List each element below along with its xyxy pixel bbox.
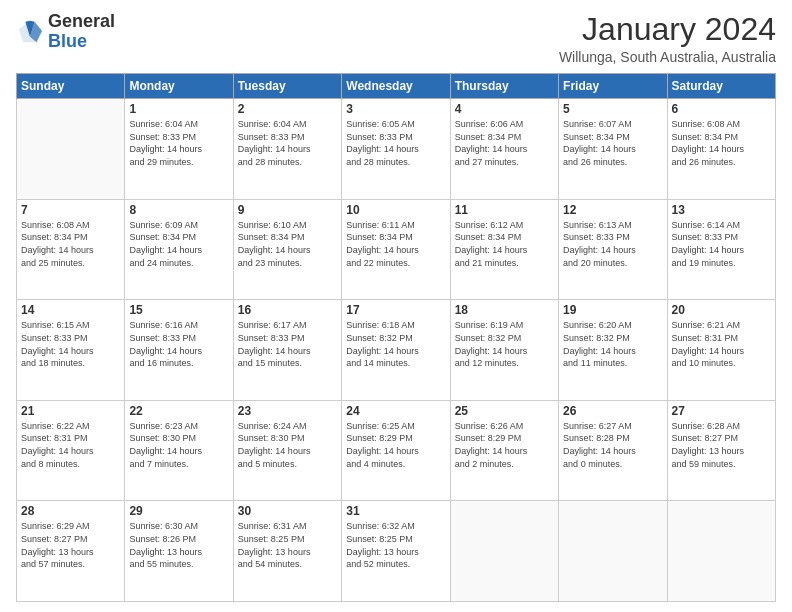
calendar-cell: 6Sunrise: 6:08 AM Sunset: 8:34 PM Daylig… — [667, 99, 775, 200]
day-info: Sunrise: 6:10 AM Sunset: 8:34 PM Dayligh… — [238, 219, 337, 269]
day-number: 20 — [672, 303, 771, 317]
day-info: Sunrise: 6:31 AM Sunset: 8:25 PM Dayligh… — [238, 520, 337, 570]
day-info: Sunrise: 6:06 AM Sunset: 8:34 PM Dayligh… — [455, 118, 554, 168]
logo-general-text: General — [48, 12, 115, 32]
day-number: 12 — [563, 203, 662, 217]
day-header-wednesday: Wednesday — [342, 74, 450, 99]
day-info: Sunrise: 6:12 AM Sunset: 8:34 PM Dayligh… — [455, 219, 554, 269]
location: Willunga, South Australia, Australia — [559, 49, 776, 65]
logo-icon — [16, 18, 44, 46]
logo-blue-text: Blue — [48, 32, 115, 52]
day-info: Sunrise: 6:16 AM Sunset: 8:33 PM Dayligh… — [129, 319, 228, 369]
calendar-table: SundayMondayTuesdayWednesdayThursdayFrid… — [16, 73, 776, 602]
calendar-cell — [17, 99, 125, 200]
day-number: 30 — [238, 504, 337, 518]
day-number: 4 — [455, 102, 554, 116]
calendar-cell: 31Sunrise: 6:32 AM Sunset: 8:25 PM Dayli… — [342, 501, 450, 602]
day-number: 27 — [672, 404, 771, 418]
day-info: Sunrise: 6:04 AM Sunset: 8:33 PM Dayligh… — [129, 118, 228, 168]
calendar-cell: 19Sunrise: 6:20 AM Sunset: 8:32 PM Dayli… — [559, 300, 667, 401]
day-number: 28 — [21, 504, 120, 518]
calendar-cell — [450, 501, 558, 602]
day-number: 14 — [21, 303, 120, 317]
calendar-body: 1Sunrise: 6:04 AM Sunset: 8:33 PM Daylig… — [17, 99, 776, 602]
calendar-cell: 16Sunrise: 6:17 AM Sunset: 8:33 PM Dayli… — [233, 300, 341, 401]
day-info: Sunrise: 6:13 AM Sunset: 8:33 PM Dayligh… — [563, 219, 662, 269]
calendar-cell: 7Sunrise: 6:08 AM Sunset: 8:34 PM Daylig… — [17, 199, 125, 300]
day-header-thursday: Thursday — [450, 74, 558, 99]
month-title: January 2024 — [559, 12, 776, 47]
calendar-cell: 8Sunrise: 6:09 AM Sunset: 8:34 PM Daylig… — [125, 199, 233, 300]
day-number: 6 — [672, 102, 771, 116]
day-info: Sunrise: 6:04 AM Sunset: 8:33 PM Dayligh… — [238, 118, 337, 168]
day-info: Sunrise: 6:23 AM Sunset: 8:30 PM Dayligh… — [129, 420, 228, 470]
day-info: Sunrise: 6:09 AM Sunset: 8:34 PM Dayligh… — [129, 219, 228, 269]
day-number: 24 — [346, 404, 445, 418]
calendar-cell: 2Sunrise: 6:04 AM Sunset: 8:33 PM Daylig… — [233, 99, 341, 200]
title-block: January 2024 Willunga, South Australia, … — [559, 12, 776, 65]
calendar-cell: 28Sunrise: 6:29 AM Sunset: 8:27 PM Dayli… — [17, 501, 125, 602]
day-number: 19 — [563, 303, 662, 317]
day-number: 10 — [346, 203, 445, 217]
header: General Blue January 2024 Willunga, Sout… — [16, 12, 776, 65]
day-number: 26 — [563, 404, 662, 418]
logo: General Blue — [16, 12, 115, 52]
calendar-cell — [667, 501, 775, 602]
calendar-cell: 5Sunrise: 6:07 AM Sunset: 8:34 PM Daylig… — [559, 99, 667, 200]
calendar-cell: 10Sunrise: 6:11 AM Sunset: 8:34 PM Dayli… — [342, 199, 450, 300]
day-info: Sunrise: 6:11 AM Sunset: 8:34 PM Dayligh… — [346, 219, 445, 269]
calendar-cell: 27Sunrise: 6:28 AM Sunset: 8:27 PM Dayli… — [667, 400, 775, 501]
day-number: 16 — [238, 303, 337, 317]
day-info: Sunrise: 6:32 AM Sunset: 8:25 PM Dayligh… — [346, 520, 445, 570]
day-number: 21 — [21, 404, 120, 418]
day-number: 31 — [346, 504, 445, 518]
day-info: Sunrise: 6:08 AM Sunset: 8:34 PM Dayligh… — [21, 219, 120, 269]
logo-text: General Blue — [48, 12, 115, 52]
day-info: Sunrise: 6:21 AM Sunset: 8:31 PM Dayligh… — [672, 319, 771, 369]
calendar-cell: 23Sunrise: 6:24 AM Sunset: 8:30 PM Dayli… — [233, 400, 341, 501]
calendar-cell: 29Sunrise: 6:30 AM Sunset: 8:26 PM Dayli… — [125, 501, 233, 602]
week-row-5: 28Sunrise: 6:29 AM Sunset: 8:27 PM Dayli… — [17, 501, 776, 602]
day-header-sunday: Sunday — [17, 74, 125, 99]
day-info: Sunrise: 6:28 AM Sunset: 8:27 PM Dayligh… — [672, 420, 771, 470]
calendar-cell: 9Sunrise: 6:10 AM Sunset: 8:34 PM Daylig… — [233, 199, 341, 300]
day-info: Sunrise: 6:27 AM Sunset: 8:28 PM Dayligh… — [563, 420, 662, 470]
day-number: 2 — [238, 102, 337, 116]
day-info: Sunrise: 6:26 AM Sunset: 8:29 PM Dayligh… — [455, 420, 554, 470]
calendar-cell: 4Sunrise: 6:06 AM Sunset: 8:34 PM Daylig… — [450, 99, 558, 200]
day-header-saturday: Saturday — [667, 74, 775, 99]
day-info: Sunrise: 6:05 AM Sunset: 8:33 PM Dayligh… — [346, 118, 445, 168]
day-info: Sunrise: 6:14 AM Sunset: 8:33 PM Dayligh… — [672, 219, 771, 269]
day-number: 7 — [21, 203, 120, 217]
week-row-1: 1Sunrise: 6:04 AM Sunset: 8:33 PM Daylig… — [17, 99, 776, 200]
day-info: Sunrise: 6:20 AM Sunset: 8:32 PM Dayligh… — [563, 319, 662, 369]
day-info: Sunrise: 6:07 AM Sunset: 8:34 PM Dayligh… — [563, 118, 662, 168]
week-row-4: 21Sunrise: 6:22 AM Sunset: 8:31 PM Dayli… — [17, 400, 776, 501]
day-info: Sunrise: 6:22 AM Sunset: 8:31 PM Dayligh… — [21, 420, 120, 470]
day-number: 15 — [129, 303, 228, 317]
calendar-cell: 17Sunrise: 6:18 AM Sunset: 8:32 PM Dayli… — [342, 300, 450, 401]
day-info: Sunrise: 6:25 AM Sunset: 8:29 PM Dayligh… — [346, 420, 445, 470]
calendar-cell: 11Sunrise: 6:12 AM Sunset: 8:34 PM Dayli… — [450, 199, 558, 300]
day-info: Sunrise: 6:15 AM Sunset: 8:33 PM Dayligh… — [21, 319, 120, 369]
week-row-2: 7Sunrise: 6:08 AM Sunset: 8:34 PM Daylig… — [17, 199, 776, 300]
day-number: 1 — [129, 102, 228, 116]
day-info: Sunrise: 6:08 AM Sunset: 8:34 PM Dayligh… — [672, 118, 771, 168]
day-info: Sunrise: 6:30 AM Sunset: 8:26 PM Dayligh… — [129, 520, 228, 570]
day-number: 22 — [129, 404, 228, 418]
calendar-cell: 18Sunrise: 6:19 AM Sunset: 8:32 PM Dayli… — [450, 300, 558, 401]
calendar-header: SundayMondayTuesdayWednesdayThursdayFrid… — [17, 74, 776, 99]
calendar-cell: 22Sunrise: 6:23 AM Sunset: 8:30 PM Dayli… — [125, 400, 233, 501]
calendar-cell: 14Sunrise: 6:15 AM Sunset: 8:33 PM Dayli… — [17, 300, 125, 401]
day-number: 29 — [129, 504, 228, 518]
header-row: SundayMondayTuesdayWednesdayThursdayFrid… — [17, 74, 776, 99]
day-number: 23 — [238, 404, 337, 418]
calendar-cell: 15Sunrise: 6:16 AM Sunset: 8:33 PM Dayli… — [125, 300, 233, 401]
day-number: 5 — [563, 102, 662, 116]
day-number: 9 — [238, 203, 337, 217]
calendar-cell: 25Sunrise: 6:26 AM Sunset: 8:29 PM Dayli… — [450, 400, 558, 501]
calendar-cell: 30Sunrise: 6:31 AM Sunset: 8:25 PM Dayli… — [233, 501, 341, 602]
calendar-cell: 3Sunrise: 6:05 AM Sunset: 8:33 PM Daylig… — [342, 99, 450, 200]
day-number: 25 — [455, 404, 554, 418]
calendar-cell — [559, 501, 667, 602]
